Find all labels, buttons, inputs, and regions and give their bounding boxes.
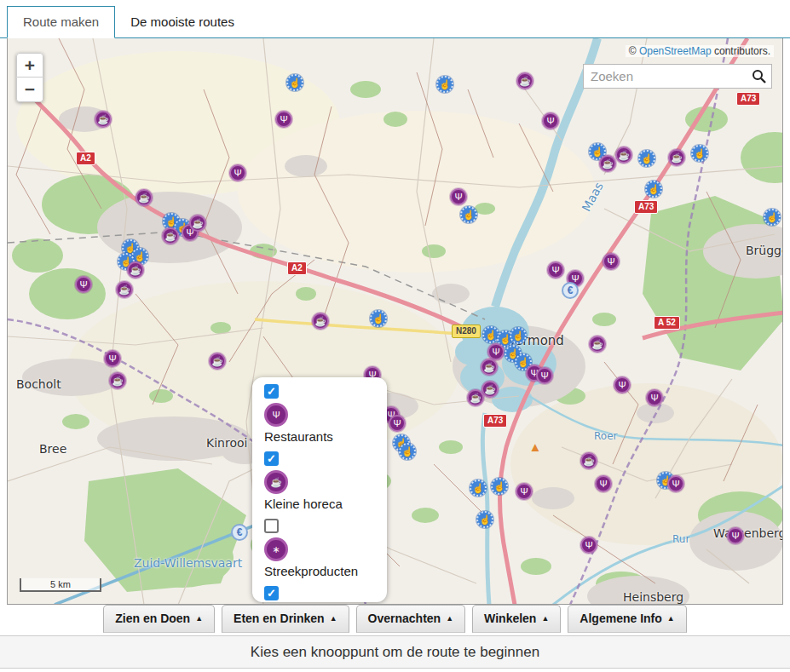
map[interactable]: BocholtBreeKinrooiRoermondBrüggenWassenb… bbox=[7, 38, 783, 605]
map-label: Roer bbox=[594, 430, 617, 442]
flower-icon: ∗ bbox=[264, 537, 288, 561]
checkbox[interactable] bbox=[264, 519, 279, 533]
euro-marker[interactable]: € bbox=[231, 524, 248, 541]
cafe-marker[interactable]: ☕ bbox=[481, 359, 498, 376]
euro-marker[interactable]: € bbox=[562, 282, 579, 299]
cafe-marker[interactable]: ☕ bbox=[162, 227, 179, 244]
poi-marker[interactable]: ☝ bbox=[691, 145, 708, 162]
openstreetmap-link[interactable]: OpenStreetMap bbox=[639, 45, 712, 57]
restaurant-marker[interactable]: Ψ bbox=[542, 112, 559, 129]
scale-bar: 5 km bbox=[20, 578, 101, 592]
cafe-marker[interactable]: ☕ bbox=[312, 313, 329, 330]
filter-item-streekproducten[interactable]: ∗Streekproducten bbox=[264, 519, 387, 578]
road-badge: A73 bbox=[736, 92, 760, 106]
cafe-marker[interactable]: ☕ bbox=[136, 189, 153, 206]
filter-item-restaurants[interactable]: ✓ΨRestaurants bbox=[264, 384, 387, 444]
restaurant-marker[interactable]: Ψ bbox=[487, 343, 505, 360]
restaurant-marker[interactable]: Ψ bbox=[547, 261, 564, 279]
poi-marker[interactable]: ☝ bbox=[645, 181, 662, 198]
search-box bbox=[583, 64, 772, 89]
search-input[interactable] bbox=[584, 65, 746, 88]
zoom-in-button[interactable]: + bbox=[16, 53, 43, 78]
cafe-marker[interactable]: ☕ bbox=[116, 281, 133, 298]
poi-marker[interactable]: ☝ bbox=[476, 511, 493, 528]
category-button-winkelen[interactable]: Winkelen▲ bbox=[472, 605, 561, 633]
search-button[interactable] bbox=[746, 65, 771, 88]
category-button-eten-en-drinken[interactable]: Eten en Drinken▲ bbox=[222, 605, 349, 633]
filter-item-kleine-horeca[interactable]: ✓☕Kleine horeca bbox=[264, 451, 387, 511]
map-label: Zuid-Willemsvaart bbox=[134, 556, 242, 570]
status-text: Kies een knooppunt om de route te beginn… bbox=[251, 644, 539, 661]
filter-panel: ✓ΨRestaurants✓☕Kleine horeca∗Streekprodu… bbox=[252, 377, 387, 602]
filter-label: Restaurants bbox=[264, 429, 387, 444]
cafe-marker[interactable]: ☕ bbox=[516, 72, 533, 89]
restaurant-icon: Ψ bbox=[264, 403, 288, 427]
poi-marker[interactable]: ☝ bbox=[399, 443, 416, 460]
restaurant-marker[interactable]: Ψ bbox=[389, 415, 406, 432]
road-badge: A 52 bbox=[654, 316, 680, 330]
cafe-marker[interactable]: ☕ bbox=[599, 155, 616, 172]
attribution-suffix: contributors. bbox=[712, 45, 770, 57]
restaurant-marker[interactable]: Ψ bbox=[104, 350, 121, 367]
category-button-algemene-info[interactable]: Algemene Info▲ bbox=[568, 605, 686, 633]
tab-de-mooiste-routes[interactable]: De mooiste routes bbox=[115, 7, 250, 37]
road-badge: A2 bbox=[287, 261, 307, 275]
poi-marker[interactable]: ☝ bbox=[436, 76, 453, 93]
checkbox[interactable]: ✓ bbox=[264, 586, 279, 600]
filter-item-terras-lounge[interactable]: ✓☕Terras/Lounge bbox=[264, 586, 387, 605]
poi-marker[interactable]: ☝ bbox=[764, 209, 781, 226]
road-badge: A2 bbox=[76, 152, 95, 165]
restaurant-marker[interactable]: Ψ bbox=[603, 253, 620, 270]
cafe-marker[interactable]: ☕ bbox=[615, 146, 632, 164]
poi-marker[interactable]: ☝ bbox=[510, 327, 527, 344]
cafe-marker[interactable]: ☕ bbox=[127, 261, 144, 279]
cafe-marker[interactable]: ☕ bbox=[589, 336, 606, 353]
category-button-label: Winkelen bbox=[484, 612, 536, 625]
tab-route-maken[interactable]: Route maken bbox=[7, 6, 115, 38]
filter-label: Streekproducten bbox=[264, 564, 387, 578]
checkbox[interactable]: ✓ bbox=[264, 451, 279, 466]
cafe-marker[interactable]: ☕ bbox=[481, 381, 499, 398]
poi-marker[interactable]: ☝ bbox=[491, 478, 508, 495]
category-bar: Zien en Doen▲Eten en Drinken▲Overnachten… bbox=[0, 605, 790, 634]
restaurant-marker[interactable]: Ψ bbox=[667, 475, 684, 492]
chevron-up-icon: ▲ bbox=[667, 615, 675, 623]
cafe-marker[interactable]: ☕ bbox=[109, 372, 126, 389]
restaurant-marker[interactable]: Ψ bbox=[580, 537, 597, 554]
cafe-marker[interactable]: ☕ bbox=[189, 215, 206, 232]
map-label: Wassenberg bbox=[713, 526, 783, 540]
road-badge: A73 bbox=[634, 200, 658, 214]
coffee-icon: ☕ bbox=[264, 470, 288, 494]
chevron-up-icon: ▲ bbox=[195, 615, 203, 623]
restaurant-marker[interactable]: Ψ bbox=[614, 376, 631, 393]
cafe-marker[interactable]: ☕ bbox=[209, 353, 226, 370]
route-planner-page: Route makenDe mooiste routes bbox=[0, 0, 790, 672]
poi-marker[interactable]: ☝ bbox=[286, 74, 303, 91]
restaurant-marker[interactable]: Ψ bbox=[75, 276, 92, 293]
restaurant-marker[interactable]: Ψ bbox=[646, 389, 663, 406]
restaurant-marker[interactable]: Ψ bbox=[229, 164, 246, 181]
poi-marker[interactable]: ☝ bbox=[470, 480, 487, 497]
search-icon bbox=[752, 69, 766, 83]
cafe-marker[interactable]: ☕ bbox=[580, 452, 597, 469]
cafe-marker[interactable]: ☕ bbox=[95, 111, 112, 128]
chevron-up-icon: ▲ bbox=[541, 615, 549, 623]
poi-marker[interactable]: ☝ bbox=[370, 310, 387, 327]
category-button-overnachten[interactable]: Overnachten▲ bbox=[356, 605, 466, 633]
restaurant-marker[interactable]: Ψ bbox=[595, 475, 612, 492]
cafe-marker[interactable]: ☕ bbox=[467, 389, 484, 406]
zoom-out-button[interactable]: − bbox=[16, 78, 43, 102]
poi-marker[interactable]: ☝ bbox=[638, 150, 655, 167]
category-button-zien-en-doen[interactable]: Zien en Doen▲ bbox=[103, 605, 215, 633]
restaurant-marker[interactable]: Ψ bbox=[450, 188, 467, 205]
restaurant-marker[interactable]: Ψ bbox=[275, 111, 292, 128]
restaurant-marker[interactable]: Ψ bbox=[516, 483, 533, 500]
poi-marker[interactable]: ☝ bbox=[460, 206, 477, 223]
restaurant-marker[interactable]: Ψ bbox=[727, 527, 744, 544]
category-button-label: Eten en Drinken bbox=[234, 612, 325, 625]
restaurant-marker[interactable]: Ψ bbox=[536, 367, 553, 384]
chevron-up-icon: ▲ bbox=[330, 615, 337, 623]
map-label: Maas bbox=[580, 180, 606, 214]
cafe-marker[interactable]: ☕ bbox=[668, 149, 685, 166]
checkbox[interactable]: ✓ bbox=[264, 384, 279, 399]
